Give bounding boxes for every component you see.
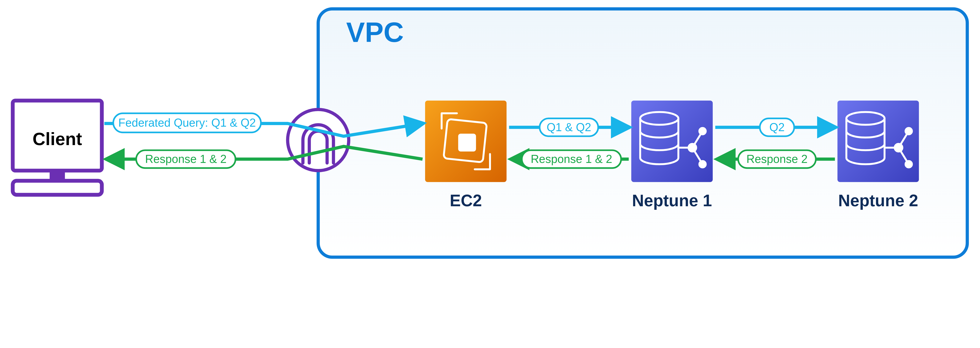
client-label: Client	[33, 129, 82, 149]
svg-rect-2	[49, 171, 65, 181]
gateway-icon	[288, 109, 349, 171]
svg-rect-6	[458, 134, 476, 152]
ec2-label: EC2	[450, 192, 482, 210]
vpc-label: VPC	[346, 17, 404, 48]
svg-rect-1	[13, 181, 102, 195]
neptune1-node	[631, 101, 713, 182]
neptune2-label: Neptune 2	[838, 192, 918, 210]
svg-text:Federated Query: Q1 & Q2: Federated Query: Q1 & Q2	[118, 116, 256, 129]
pill-q2: Q2	[760, 118, 794, 136]
svg-text:Q2: Q2	[769, 121, 784, 134]
ec2-node	[425, 101, 507, 182]
pill-resp2: Response 2	[738, 150, 816, 168]
svg-text:Response 1 & 2: Response 1 & 2	[531, 153, 612, 165]
neptune1-label: Neptune 1	[632, 192, 712, 210]
pill-resp12-a: Response 1 & 2	[136, 150, 235, 168]
svg-point-3	[288, 109, 349, 171]
svg-text:Response 2: Response 2	[746, 153, 808, 165]
architecture-diagram: VPC Client EC2 Neptune 1	[0, 0, 980, 280]
pill-resp12-b: Response 1 & 2	[522, 150, 621, 168]
svg-text:Q1 & Q2: Q1 & Q2	[547, 121, 591, 134]
pill-federated: Federated Query: Q1 & Q2	[113, 113, 261, 132]
neptune2-node	[837, 101, 919, 182]
pill-q12: Q1 & Q2	[539, 118, 598, 136]
svg-text:Response 1 & 2: Response 1 & 2	[145, 153, 227, 165]
